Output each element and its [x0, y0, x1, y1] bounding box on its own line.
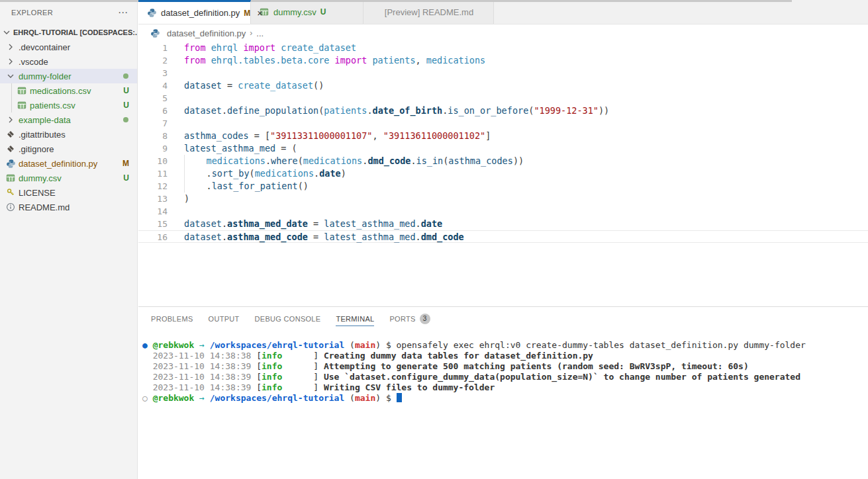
- terminal-cursor: [397, 393, 402, 402]
- workspace-root-folder[interactable]: EHRQL-TUTORIAL [CODESPACES:...: [0, 25, 137, 40]
- git-icon: [5, 129, 16, 140]
- panel-tab-ports[interactable]: PORTS3: [389, 307, 430, 330]
- code-text: dataset.asthma_med_date = latest_asthma_…: [184, 218, 442, 230]
- terminal-line-1: ● @rebkwok → /workspaces/ehrql-tutorial …: [142, 340, 868, 351]
- workspace-root-label: EHRQL-TUTORIAL [CODESPACES:...: [13, 28, 137, 36]
- tab-dummy-csv[interactable]: dummy.csvU: [251, 0, 363, 24]
- tree-item-dummy-folder[interactable]: dummy-folder: [0, 69, 137, 83]
- breadcrumb-file[interactable]: dataset_definition.py: [167, 28, 246, 38]
- line-number: 12: [138, 180, 168, 193]
- git-icon: [5, 144, 16, 154]
- panel-tab-label: DEBUG CONSOLE: [255, 315, 321, 323]
- tree-item-readme-md[interactable]: README.md: [0, 200, 137, 214]
- tab-dataset-definition-py[interactable]: dataset_definition.pyM×: [138, 0, 251, 24]
- terminal-line-3: 2023-11-10 14:38:39 [info ] Attempting t…: [142, 361, 868, 372]
- tree-item-vscode[interactable]: .vscode: [0, 54, 137, 69]
- line-number: 15: [138, 218, 168, 230]
- tree-item-patients-csv[interactable]: patients.csvU: [0, 98, 137, 112]
- tree-item-dataset-definition-py[interactable]: dataset_definition.pyM: [0, 156, 137, 171]
- code-line-5[interactable]: 5: [138, 92, 868, 105]
- code-line-4[interactable]: 4dataset = create_dataset(): [138, 79, 868, 92]
- code-text: .last_for_patient(): [184, 180, 309, 193]
- code-editor[interactable]: 1from ehrql import create_dataset2from e…: [138, 42, 868, 243]
- code-line-13[interactable]: 13): [138, 193, 868, 205]
- code-text: from ehrql.tables.beta.core import patie…: [184, 54, 485, 67]
- tree-item-gitattributes[interactable]: .gitattributes: [0, 127, 137, 142]
- tree-item-label: README.md: [19, 202, 70, 212]
- line-number: 13: [138, 193, 168, 205]
- panel-tab-problems[interactable]: PROBLEMS: [151, 307, 193, 330]
- tree-item-license[interactable]: LICENSE: [0, 185, 137, 200]
- code-text: from ehrql import create_dataset: [184, 42, 356, 54]
- editor-tab-bar: dataset_definition.pyM×dummy.csvU[Previe…: [138, 0, 868, 24]
- code-line-2[interactable]: 2from ehrql.tables.beta.core import pati…: [138, 54, 868, 67]
- tree-item-label: .vscode: [19, 57, 48, 67]
- code-text: dataset.define_population(patients.date_…: [184, 105, 609, 117]
- tab-label: dataset_definition.py: [161, 8, 240, 18]
- code-line-6[interactable]: 6dataset.define_population(patients.date…: [138, 105, 868, 117]
- panel-tab-output[interactable]: OUTPUT: [209, 307, 240, 330]
- changes-dot-badge: [123, 73, 128, 79]
- code-line-10[interactable]: 10medications.where(medications.dmd_code…: [138, 155, 868, 167]
- terminal[interactable]: ● @rebkwok → /workspaces/ehrql-tutorial …: [138, 330, 868, 404]
- breadcrumb[interactable]: dataset_definition.py › ...: [138, 24, 868, 42]
- tab-label: dummy.csv: [273, 7, 316, 17]
- code-line-1[interactable]: 1from ehrql import create_dataset: [138, 42, 868, 54]
- breadcrumb-more[interactable]: ...: [256, 28, 264, 38]
- git-status-badge: U: [123, 173, 129, 183]
- tree-item-medications-csv[interactable]: medications.csvU: [0, 83, 137, 98]
- code-line-8[interactable]: 8asthma_codes = ["39113311000001107", "3…: [138, 130, 868, 142]
- code-line-16[interactable]: 16dataset.asthma_med_code = latest_asthm…: [138, 230, 868, 243]
- code-line-14[interactable]: 14: [138, 205, 868, 218]
- explorer-title: EXPLORER: [11, 9, 53, 17]
- chevron-down-icon: [5, 71, 16, 81]
- line-number: 9: [138, 142, 168, 155]
- terminal-line-6: ○ @rebkwok → /workspaces/ehrql-tutorial …: [142, 393, 868, 404]
- python-icon: [150, 28, 160, 38]
- code-line-11[interactable]: 11.sort_by(medications.date): [138, 167, 868, 180]
- python-icon: [5, 158, 16, 169]
- table-icon: [5, 173, 16, 183]
- tab-preview-readme-md[interactable]: [Preview] README.md: [363, 0, 494, 24]
- line-number: 7: [138, 117, 168, 130]
- code-text: dataset = create_dataset(): [184, 79, 324, 92]
- tree-item-gitignore[interactable]: .gitignore: [0, 142, 137, 156]
- tree-item-label: LICENSE: [19, 188, 56, 198]
- tab-label: [Preview] README.md: [385, 7, 473, 17]
- code-line-15[interactable]: 15dataset.asthma_med_date = latest_asthm…: [138, 218, 868, 230]
- panel-tab-debug-console[interactable]: DEBUG CONSOLE: [255, 307, 321, 330]
- tree-item-label: dummy.csv: [19, 173, 62, 183]
- explorer-more-actions-icon[interactable]: ⋯: [118, 9, 128, 16]
- panel-tab-label: PROBLEMS: [151, 315, 193, 323]
- code-text: latest_asthma_med = (: [184, 142, 297, 155]
- tree-item-label: patients.csv: [30, 101, 75, 110]
- terminal-line-2: 2023-11-10 14:38:38 [info ] Creating dum…: [142, 351, 868, 361]
- terminal-line-5: 2023-11-10 14:38:39 [info ] Writing CSV …: [142, 382, 868, 393]
- info-icon: [5, 202, 16, 212]
- tree-item-devcontainer[interactable]: .devcontainer: [0, 40, 137, 54]
- python-icon: [146, 8, 157, 19]
- table-icon: [17, 85, 27, 96]
- panel-tab-terminal[interactable]: TERMINAL: [336, 307, 374, 330]
- chevron-right-icon: [5, 42, 16, 52]
- editor-area: dataset_definition.pyM×dummy.csvU[Previe…: [138, 0, 868, 306]
- code-line-7[interactable]: 7: [138, 117, 868, 130]
- tree-item-label: medications.csv: [30, 86, 91, 96]
- code-line-3[interactable]: 3: [138, 67, 868, 79]
- code-text: .sort_by(medications.date): [184, 167, 346, 180]
- tree-item-dummy-csv[interactable]: dummy.csvU: [0, 171, 137, 185]
- tree-item-example-data[interactable]: example-data: [0, 112, 137, 127]
- code-text: ): [184, 193, 189, 205]
- code-line-9[interactable]: 9latest_asthma_med = (: [138, 142, 868, 155]
- tab-dirty-badge: U: [320, 7, 326, 17]
- explorer-sidebar: EXPLORER ⋯ EHRQL-TUTORIAL [CODESPACES:..…: [0, 0, 138, 479]
- chevron-right-icon: [5, 114, 16, 125]
- changes-dot-badge: [123, 117, 128, 122]
- code-line-12[interactable]: 12.last_for_patient(): [138, 180, 868, 193]
- git-status-badge: U: [123, 101, 129, 110]
- window-top-strip: [0, 0, 792, 2]
- code-text: dataset.asthma_med_code = latest_asthma_…: [184, 231, 464, 242]
- close-icon[interactable]: ×: [257, 7, 263, 19]
- chevron-down-icon: [1, 27, 12, 38]
- line-number: 5: [138, 92, 168, 105]
